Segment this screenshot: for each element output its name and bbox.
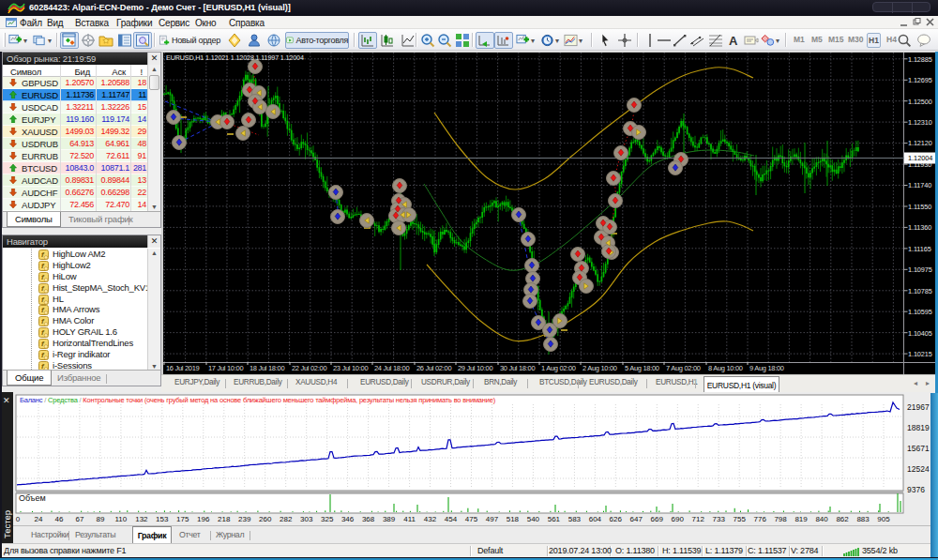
svg-text:7 Aug 02:00: 7 Aug 02:00: [666, 364, 701, 372]
svg-text:1.10215: 1.10215: [908, 350, 932, 358]
svg-text:1.10975: 1.10975: [908, 265, 932, 274]
svg-text:1.11550: 1.11550: [908, 203, 931, 211]
svg-text:Объем: Объем: [19, 493, 46, 503]
svg-text:5 Aug 18:00: 5 Aug 18:00: [625, 364, 659, 372]
svg-text:497: 497: [486, 515, 499, 523]
svg-text:8 Aug 10:00: 8 Aug 10:00: [708, 364, 743, 372]
svg-text:776: 776: [754, 515, 767, 523]
svg-text:1.12695: 1.12695: [908, 76, 932, 84]
svg-text:16 Jul 2019: 16 Jul 2019: [166, 364, 200, 372]
svg-text:26 Jul 02:00: 26 Jul 02:00: [416, 364, 451, 372]
svg-text:9 Aug 18:00: 9 Aug 18:00: [749, 364, 784, 372]
svg-text:0: 0: [16, 515, 21, 523]
svg-text:905: 905: [877, 515, 890, 523]
svg-text:1.10785: 1.10785: [908, 287, 932, 295]
svg-text:862: 862: [836, 515, 849, 523]
svg-text:23 Jul 10:00: 23 Jul 10:00: [333, 364, 368, 372]
svg-text:432: 432: [424, 515, 437, 523]
svg-text:2 Aug 10:00: 2 Aug 10:00: [582, 364, 617, 372]
svg-text:12524: 12524: [907, 464, 930, 474]
svg-text:29 Jul 10:00: 29 Jul 10:00: [458, 364, 492, 372]
svg-text:883: 883: [856, 515, 870, 523]
svg-text:21967: 21967: [907, 402, 930, 412]
svg-text:239: 239: [238, 515, 251, 523]
svg-text:669: 669: [651, 515, 664, 523]
svg-text:1.12500: 1.12500: [908, 98, 932, 106]
svg-text:1.11165: 1.11165: [908, 245, 931, 253]
svg-text:1.11740: 1.11740: [908, 181, 931, 189]
svg-text:819: 819: [794, 515, 808, 523]
svg-text:583: 583: [568, 515, 582, 523]
svg-text:690: 690: [672, 515, 685, 523]
svg-text:30 Jul 18:00: 30 Jul 18:00: [500, 364, 535, 372]
svg-text:346: 346: [341, 515, 355, 523]
svg-text:260: 260: [259, 515, 272, 523]
svg-text:46: 46: [55, 515, 64, 523]
svg-text:24: 24: [35, 515, 43, 523]
svg-text:67: 67: [75, 515, 83, 523]
svg-text:218: 218: [218, 515, 231, 523]
svg-text:1.12310: 1.12310: [908, 118, 932, 127]
svg-text:22 Jul 02:00: 22 Jul 02:00: [292, 364, 326, 372]
svg-text:24 Jul 18:00: 24 Jul 18:00: [374, 364, 409, 372]
svg-text:9376: 9376: [907, 485, 925, 494]
svg-text:325: 325: [321, 515, 334, 523]
svg-text:Баланс / Средства / Контрольны: Баланс / Средства / Контрольные точки (о…: [20, 396, 496, 404]
svg-text:561: 561: [548, 515, 561, 523]
svg-text:196: 196: [197, 515, 210, 523]
svg-text:798: 798: [774, 515, 787, 523]
svg-text:EURUSD,H1 1.12021 1.12028 1.1: EURUSD,H1 1.12021 1.12028 1.11997 1.1200…: [166, 53, 304, 62]
svg-text:A: A: [729, 34, 738, 48]
svg-text:17 Jul 10:00: 17 Jul 10:00: [208, 364, 243, 372]
svg-text:626: 626: [610, 515, 623, 523]
svg-text:540: 540: [527, 515, 540, 523]
svg-text:604: 604: [589, 515, 602, 523]
svg-text:282: 282: [280, 515, 293, 523]
svg-text:518: 518: [507, 515, 520, 523]
svg-text:755: 755: [734, 515, 747, 523]
svg-text:1.12120: 1.12120: [908, 139, 932, 147]
svg-text:175: 175: [176, 515, 189, 523]
svg-text:389: 389: [383, 515, 396, 523]
svg-text:454: 454: [445, 515, 458, 523]
svg-text:✕: ✕: [3, 396, 10, 405]
svg-text:303: 303: [300, 515, 313, 523]
svg-text:110: 110: [115, 515, 128, 523]
svg-text:647: 647: [630, 515, 643, 523]
svg-text:Тестер: Тестер: [2, 510, 12, 538]
svg-text:15671: 15671: [907, 444, 930, 453]
svg-text:18 Jul 18:00: 18 Jul 18:00: [250, 364, 284, 372]
svg-text:368: 368: [362, 515, 375, 523]
svg-text:1.10595: 1.10595: [908, 308, 932, 316]
svg-text:89: 89: [96, 515, 104, 523]
svg-text:1.11360: 1.11360: [908, 223, 931, 232]
svg-text:153: 153: [156, 515, 169, 523]
svg-text:1.12004: 1.12004: [908, 154, 932, 162]
svg-text:712: 712: [692, 515, 705, 523]
svg-text:1.10405: 1.10405: [908, 329, 932, 338]
svg-text:840: 840: [815, 515, 828, 523]
svg-text:18819: 18819: [907, 423, 930, 432]
svg-text:1.12885: 1.12885: [908, 55, 932, 64]
svg-text:1 Aug 02:00: 1 Aug 02:00: [541, 364, 576, 372]
svg-text:733: 733: [713, 515, 726, 523]
svg-text:411: 411: [403, 515, 416, 523]
svg-text:475: 475: [465, 515, 478, 523]
svg-text:132: 132: [135, 515, 148, 523]
